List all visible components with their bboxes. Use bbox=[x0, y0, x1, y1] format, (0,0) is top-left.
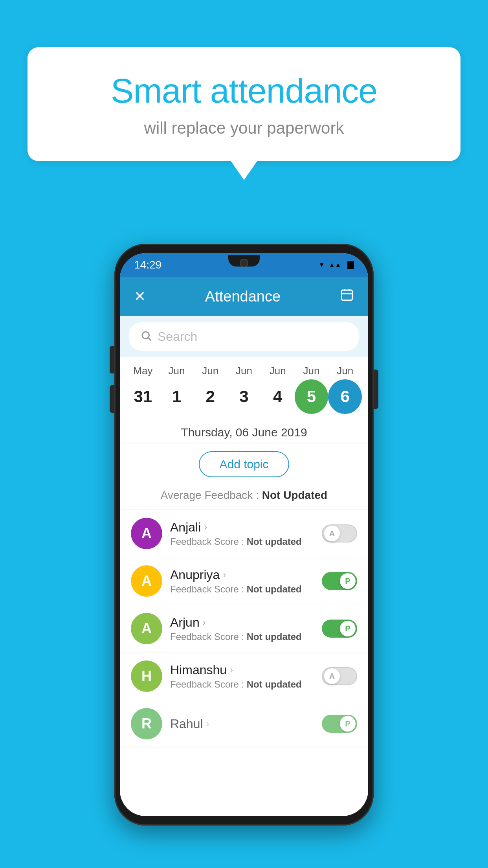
status-time: 14:29 bbox=[134, 259, 161, 271]
cal-date-5[interactable]: 5 bbox=[295, 379, 328, 414]
toggle-knob-anjali: A bbox=[324, 526, 340, 541]
student-name-anjali: Anjali › bbox=[170, 520, 314, 535]
student-info-anjali: Anjali › Feedback Score : Not updated bbox=[170, 520, 314, 547]
cal-month-1[interactable]: Jun bbox=[160, 365, 194, 377]
chevron-icon: › bbox=[203, 617, 206, 628]
student-info-arjun: Arjun › Feedback Score : Not updated bbox=[170, 615, 314, 642]
chevron-icon: › bbox=[204, 522, 207, 533]
bubble-subtitle: will replace your paperwork bbox=[59, 119, 429, 138]
svg-point-4 bbox=[142, 332, 149, 339]
search-icon bbox=[140, 330, 152, 343]
phone-frame: 14:29 ▼ ▲▲ ▐█ ✕ Attendance bbox=[114, 244, 374, 826]
student-item-arjun[interactable]: A Arjun › Feedback Score : Not updated P bbox=[120, 605, 368, 653]
speech-bubble: Smart attendance will replace your paper… bbox=[28, 47, 460, 161]
student-item-anjali[interactable]: A Anjali › Feedback Score : Not updated … bbox=[120, 510, 368, 557]
student-feedback-arjun: Feedback Score : Not updated bbox=[170, 631, 314, 642]
attendance-toggle-rahul[interactable]: P bbox=[322, 715, 357, 733]
student-feedback-himanshu: Feedback Score : Not updated bbox=[170, 679, 314, 690]
student-feedback-anupriya: Feedback Score : Not updated bbox=[170, 584, 314, 595]
status-icons: ▼ ▲▲ ▐█ bbox=[319, 261, 354, 268]
add-topic-button[interactable]: Add topic bbox=[199, 451, 289, 477]
cal-month-0[interactable]: May bbox=[126, 365, 160, 377]
search-input-placeholder[interactable]: Search bbox=[158, 329, 197, 344]
student-name-himanshu: Himanshu › bbox=[170, 663, 314, 677]
feedback-value: Not Updated bbox=[262, 489, 327, 501]
cal-date-3[interactable]: 3 bbox=[227, 379, 261, 414]
calendar-section: May Jun Jun Jun Jun Jun Jun 31 1 2 3 4 bbox=[120, 357, 368, 418]
search-bar[interactable]: Search bbox=[129, 322, 359, 351]
selected-date-label: Thursday, 06 June 2019 bbox=[120, 418, 368, 443]
cal-month-6[interactable]: Jun bbox=[328, 365, 362, 377]
toggle-knob-arjun: P bbox=[340, 621, 356, 636]
calendar-dates: 31 1 2 3 4 5 6 bbox=[120, 379, 368, 414]
student-name-arjun: Arjun › bbox=[170, 615, 314, 630]
feedback-label: Average Feedback : bbox=[161, 489, 262, 501]
avatar-rahul: R bbox=[131, 708, 162, 739]
attendance-toggle-anjali[interactable]: A bbox=[322, 524, 357, 542]
student-feedback-anjali: Feedback Score : Not updated bbox=[170, 536, 314, 547]
phone-camera bbox=[240, 259, 248, 267]
chevron-icon: › bbox=[223, 569, 226, 580]
feedback-summary: Average Feedback : Not Updated bbox=[120, 485, 368, 510]
avatar-arjun: A bbox=[131, 613, 162, 644]
svg-line-5 bbox=[149, 338, 151, 340]
student-info-rahul: Rahul › bbox=[170, 717, 314, 731]
cal-month-2[interactable]: Jun bbox=[193, 365, 227, 377]
attendance-toggle-arjun[interactable]: P bbox=[322, 620, 357, 638]
student-info-himanshu: Himanshu › Feedback Score : Not updated bbox=[170, 663, 314, 690]
attendance-toggle-anupriya[interactable]: P bbox=[322, 572, 357, 590]
student-item-rahul[interactable]: R Rahul › P bbox=[120, 700, 368, 748]
student-name-rahul: Rahul › bbox=[170, 717, 314, 731]
svg-rect-0 bbox=[341, 290, 352, 300]
avatar-anjali: A bbox=[131, 518, 162, 549]
student-item-himanshu[interactable]: H Himanshu › Feedback Score : Not update… bbox=[120, 653, 368, 700]
student-list: A Anjali › Feedback Score : Not updated … bbox=[120, 510, 368, 748]
cal-date-4[interactable]: 4 bbox=[261, 379, 295, 414]
phone-notch bbox=[228, 255, 260, 267]
bubble-title: Smart attendance bbox=[59, 71, 429, 111]
close-button[interactable]: ✕ bbox=[134, 288, 146, 305]
student-item-anupriya[interactable]: A Anupriya › Feedback Score : Not update… bbox=[120, 557, 368, 605]
avatar-himanshu: H bbox=[131, 660, 162, 692]
app-header: ✕ Attendance bbox=[120, 277, 368, 316]
phone-screen: 14:29 ▼ ▲▲ ▐█ ✕ Attendance bbox=[120, 253, 368, 816]
attendance-toggle-himanshu[interactable]: A bbox=[322, 667, 357, 685]
toggle-knob-himanshu: A bbox=[324, 668, 340, 684]
cal-date-6[interactable]: 6 bbox=[328, 379, 362, 414]
calendar-months: May Jun Jun Jun Jun Jun Jun bbox=[120, 365, 368, 377]
battery-icon: ▐█ bbox=[345, 261, 354, 268]
calendar-icon[interactable] bbox=[340, 288, 354, 305]
chevron-icon: › bbox=[206, 718, 209, 729]
cal-date-0[interactable]: 31 bbox=[126, 379, 160, 414]
speech-bubble-container: Smart attendance will replace your paper… bbox=[28, 47, 460, 161]
toggle-knob-anupriya: P bbox=[340, 573, 356, 589]
chevron-icon: › bbox=[230, 664, 233, 675]
student-name-anupriya: Anupriya › bbox=[170, 568, 314, 582]
wifi-icon: ▼ bbox=[319, 261, 325, 268]
avatar-anupriya: A bbox=[131, 565, 162, 597]
page-title: Attendance bbox=[205, 288, 281, 305]
cal-month-3[interactable]: Jun bbox=[227, 365, 261, 377]
search-bar-container: Search bbox=[120, 316, 368, 357]
student-info-anupriya: Anupriya › Feedback Score : Not updated bbox=[170, 568, 314, 595]
cal-date-1[interactable]: 1 bbox=[160, 379, 194, 414]
signal-icon: ▲▲ bbox=[329, 261, 341, 268]
cal-month-4[interactable]: Jun bbox=[261, 365, 295, 377]
phone-wrapper: 14:29 ▼ ▲▲ ▐█ ✕ Attendance bbox=[114, 244, 374, 826]
cal-date-2[interactable]: 2 bbox=[193, 379, 227, 414]
toggle-knob-rahul: P bbox=[340, 716, 356, 732]
cal-month-5[interactable]: Jun bbox=[295, 365, 328, 377]
add-topic-container: Add topic bbox=[120, 443, 368, 485]
